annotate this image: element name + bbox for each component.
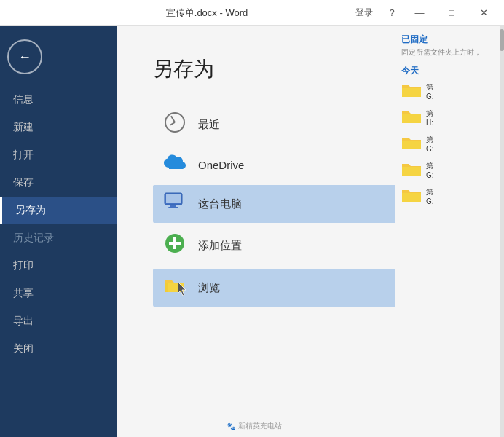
maximize-button[interactable]: □ xyxy=(437,0,466,26)
cloud-icon xyxy=(163,154,186,175)
help-button[interactable]: ? xyxy=(382,3,402,23)
minimize-button[interactable]: — xyxy=(405,0,434,26)
login-button[interactable]: 登录 xyxy=(350,5,379,20)
watermark-text: 新精英充电站 xyxy=(238,421,282,431)
clock-icon xyxy=(163,112,186,137)
location-recent[interactable]: 最近 xyxy=(153,105,395,144)
sidebar-item-close[interactable]: 关闭 xyxy=(0,335,117,363)
folder-icon-3 xyxy=(401,134,422,154)
folder-icon-1 xyxy=(401,82,422,102)
recent-item-1[interactable]: 第G: xyxy=(401,82,498,102)
location-list: 最近 OneDrive xyxy=(153,105,395,307)
recent-item-4-text: 第G: xyxy=(426,161,434,180)
recent-item-3[interactable]: 第G: xyxy=(401,134,498,154)
location-browse-label: 浏览 xyxy=(198,281,220,295)
svg-rect-3 xyxy=(168,207,178,208)
sidebar-item-new[interactable]: 新建 xyxy=(0,114,117,141)
content-area: 另存为 最近 OneDrive xyxy=(117,26,395,437)
location-onedrive-label: OneDrive xyxy=(198,159,244,171)
sidebar-item-share[interactable]: 共享 xyxy=(0,280,117,307)
add-icon xyxy=(163,233,186,259)
location-recent-label: 最近 xyxy=(198,118,220,132)
location-onedrive[interactable]: OneDrive xyxy=(153,147,395,182)
recent-item-4[interactable]: 第G: xyxy=(401,160,498,181)
sidebar: ← 信息 新建 打开 保存 另存为 历史记录 打印 共享 导出 关闭 xyxy=(0,26,117,437)
folder-icon-2 xyxy=(401,108,422,128)
sidebar-item-open[interactable]: 打开 xyxy=(0,141,117,169)
close-button[interactable]: ✕ xyxy=(469,0,498,26)
browse-folder-icon xyxy=(163,276,186,299)
app-body: ← 信息 新建 打开 保存 另存为 历史记录 打印 共享 导出 关闭 另存为 最… xyxy=(0,26,504,437)
location-browse[interactable]: 浏览 xyxy=(153,269,395,307)
sidebar-item-info[interactable]: 信息 xyxy=(0,86,117,114)
recent-item-5[interactable]: 第G: xyxy=(401,186,498,207)
svg-rect-1 xyxy=(166,194,181,203)
svg-rect-2 xyxy=(170,205,176,207)
recent-item-3-text: 第G: xyxy=(426,135,434,154)
recent-item-5-text: 第G: xyxy=(426,187,434,206)
sidebar-item-save[interactable]: 保存 xyxy=(0,169,117,197)
recent-item-2[interactable]: 第H: xyxy=(401,108,498,128)
today-section-label: 今天 xyxy=(401,65,498,77)
titlebar-right-controls: 登录 ? — □ ✕ xyxy=(350,0,498,26)
watermark: 🐾 新精英充电站 xyxy=(227,421,282,431)
location-thispc-label: 这台电脑 xyxy=(198,197,242,211)
scrollbar-thumb[interactable] xyxy=(500,29,504,51)
pinned-hint: 固定所需文件夹上方时， xyxy=(401,47,498,58)
location-addlocation[interactable]: 添加位置 xyxy=(153,226,395,266)
right-panel: 已固定 固定所需文件夹上方时， 今天 第G: 第H: xyxy=(395,26,504,437)
sidebar-item-print[interactable]: 打印 xyxy=(0,252,117,280)
titlebar-title: 宣传单.docx - Word xyxy=(64,7,350,20)
sidebar-item-history: 历史记录 xyxy=(0,224,117,252)
page-title: 另存为 xyxy=(153,55,366,83)
sidebar-item-export[interactable]: 导出 xyxy=(0,307,117,335)
sidebar-item-saveas[interactable]: 另存为 xyxy=(0,197,117,224)
recent-item-1-text: 第G: xyxy=(426,82,434,101)
location-addlocation-label: 添加位置 xyxy=(198,239,242,253)
recent-item-2-text: 第H: xyxy=(426,109,433,127)
folder-icon-4 xyxy=(401,160,422,181)
titlebar: 宣传单.docx - Word 登录 ? — □ ✕ xyxy=(0,0,504,26)
folder-icon-5 xyxy=(401,186,422,207)
pinned-section-label: 已固定 xyxy=(401,34,498,46)
svg-rect-6 xyxy=(169,242,181,245)
scrollbar[interactable] xyxy=(500,26,504,437)
back-button[interactable]: ← xyxy=(7,39,42,74)
watermark-icon: 🐾 xyxy=(227,422,235,430)
location-thispc[interactable]: 这台电脑 xyxy=(153,185,395,223)
computer-icon xyxy=(163,192,186,216)
